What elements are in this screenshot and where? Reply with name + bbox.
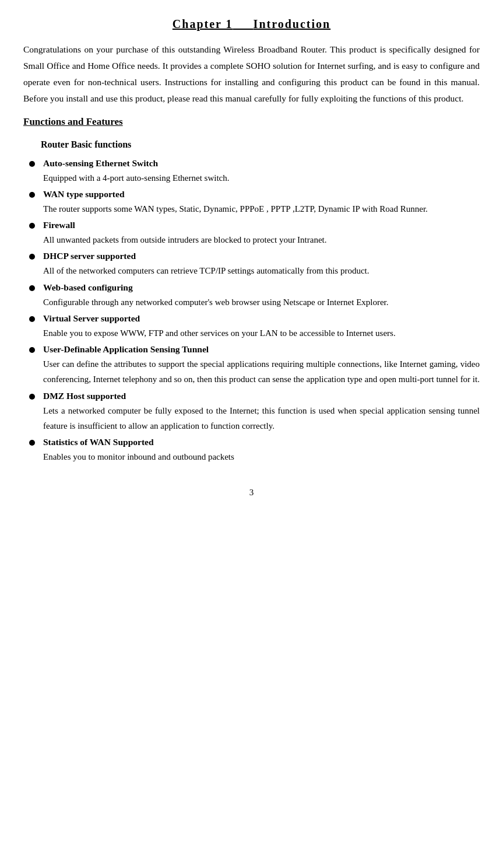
features-list: Auto-sensing Ethernet SwitchEquipped wit… [29, 158, 480, 465]
bullet-dot-icon [29, 316, 35, 322]
bullet-description: The router supports some WAN types, Stat… [43, 201, 480, 216]
bullet-title: Statistics of WAN Supported [43, 437, 480, 447]
bullet-content: Web-based configuringConfigurable throug… [43, 282, 480, 310]
list-item: Statistics of WAN SupportedEnables you t… [29, 437, 480, 464]
chapter-label: Chapter 1 [173, 18, 233, 30]
bullet-description: All unwanted packets from outside intrud… [43, 232, 480, 247]
page-number: 3 [23, 488, 480, 498]
bullet-dot-icon [29, 161, 35, 167]
list-item: Virtual Server supportedEnable you to ex… [29, 313, 480, 341]
bullet-content: Virtual Server supportedEnable you to ex… [43, 313, 480, 341]
bullet-description: User can define the attributes to suppor… [43, 356, 480, 387]
bullet-description: Enable you to expose WWW, FTP and other … [43, 326, 480, 341]
list-item: User-Definable Application Sensing Tunne… [29, 344, 480, 387]
bullet-content: DHCP server supportedAll of the networke… [43, 251, 480, 278]
bullet-description: Enables you to monitor inbound and outbo… [43, 449, 480, 464]
bullet-title: Firewall [43, 220, 480, 230]
bullet-description: All of the networked computers can retri… [43, 263, 480, 278]
subsection-router-basic: Router Basic functions [41, 139, 480, 150]
bullet-content: Auto-sensing Ethernet SwitchEquipped wit… [43, 158, 480, 186]
bullet-dot-icon [29, 440, 35, 446]
bullet-title: User-Definable Application Sensing Tunne… [43, 344, 480, 355]
functions-and-features-heading: Functions and Features [23, 116, 480, 128]
bullet-title: Virtual Server supported [43, 313, 480, 324]
introduction-label: Introduction [254, 18, 331, 30]
bullet-title: Auto-sensing Ethernet Switch [43, 158, 480, 169]
bullet-dot-icon [29, 347, 35, 353]
bullet-content: DMZ Host supportedLets a networked compu… [43, 391, 480, 434]
bullet-dot-icon [29, 223, 35, 229]
bullet-content: WAN type supportedThe router supports so… [43, 189, 480, 216]
list-item: Web-based configuringConfigurable throug… [29, 282, 480, 310]
list-item: DHCP server supportedAll of the networke… [29, 251, 480, 278]
bullet-dot-icon [29, 254, 35, 260]
bullet-description: Configurable through any networked compu… [43, 295, 480, 310]
bullet-dot-icon [29, 285, 35, 291]
bullet-description: Equipped with a 4-port auto-sensing Ethe… [43, 170, 480, 186]
bullet-title: Web-based configuring [43, 282, 480, 293]
intro-paragraph: Congratulations on your purchase of this… [23, 41, 480, 107]
page-title: Chapter 1 Introduction [23, 18, 480, 31]
list-item: DMZ Host supportedLets a networked compu… [29, 391, 480, 434]
bullet-dot-icon [29, 394, 35, 400]
list-item: Auto-sensing Ethernet SwitchEquipped wit… [29, 158, 480, 186]
bullet-description: Lets a networked computer be fully expos… [43, 403, 480, 434]
bullet-title: WAN type supported [43, 189, 480, 200]
bullet-title: DMZ Host supported [43, 391, 480, 401]
bullet-title: DHCP server supported [43, 251, 480, 261]
bullet-content: User-Definable Application Sensing Tunne… [43, 344, 480, 387]
bullet-content: Statistics of WAN SupportedEnables you t… [43, 437, 480, 464]
list-item: FirewallAll unwanted packets from outsid… [29, 220, 480, 247]
bullet-dot-icon [29, 192, 35, 198]
bullet-content: FirewallAll unwanted packets from outsid… [43, 220, 480, 247]
list-item: WAN type supportedThe router supports so… [29, 189, 480, 216]
